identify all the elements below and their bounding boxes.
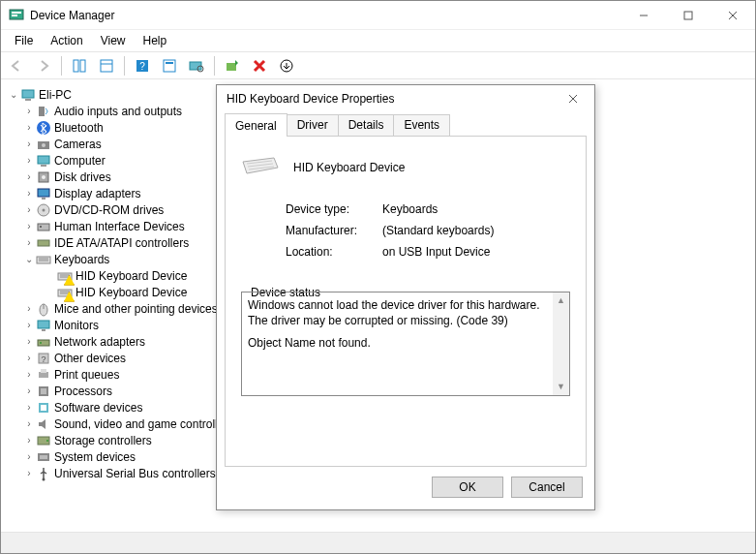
tree-node-label: Other devices bbox=[54, 352, 126, 365]
expand-icon[interactable]: › bbox=[22, 138, 36, 151]
menu-help[interactable]: Help bbox=[136, 32, 175, 49]
svg-rect-50 bbox=[42, 329, 45, 331]
expand-icon[interactable]: › bbox=[22, 203, 36, 217]
toolbar-forward-button[interactable] bbox=[32, 54, 55, 77]
svg-rect-17 bbox=[227, 63, 236, 71]
toolbar-uninstall-button[interactable] bbox=[248, 54, 271, 77]
menu-view[interactable]: View bbox=[93, 32, 134, 49]
network-icon bbox=[36, 334, 51, 350]
svg-rect-36 bbox=[40, 226, 42, 228]
expand-icon[interactable]: › bbox=[22, 401, 36, 415]
tree-node-label: DVD/CD-ROM drives bbox=[54, 203, 164, 217]
svg-rect-2 bbox=[12, 15, 17, 16]
svg-rect-23 bbox=[39, 107, 45, 116]
svg-point-52 bbox=[40, 342, 42, 344]
expand-icon[interactable]: › bbox=[22, 450, 36, 464]
svg-text:?: ? bbox=[139, 61, 145, 72]
tree-node-label: Print queues bbox=[54, 368, 119, 382]
tree-root-label: Eli-PC bbox=[39, 88, 72, 102]
location-label: Location: bbox=[286, 245, 382, 259]
tab-details[interactable]: Details bbox=[338, 114, 395, 136]
manufacturer-value: (Standard keyboards) bbox=[382, 224, 494, 237]
dialog-titlebar[interactable]: HID Keyboard Device Properties bbox=[217, 85, 594, 112]
toolbar-refresh-button[interactable] bbox=[158, 54, 181, 77]
expand-icon[interactable]: › bbox=[22, 302, 36, 316]
bluetooth-icon bbox=[36, 120, 51, 136]
device-type-label: Device type: bbox=[286, 202, 382, 216]
software-icon bbox=[36, 400, 51, 416]
dialog-close-button[interactable] bbox=[558, 87, 589, 110]
svg-rect-58 bbox=[41, 388, 46, 394]
camera-icon bbox=[36, 137, 51, 152]
expand-icon[interactable]: › bbox=[22, 220, 36, 233]
expand-icon[interactable]: › bbox=[22, 105, 36, 118]
expand-icon[interactable]: › bbox=[22, 236, 36, 250]
expand-icon[interactable]: › bbox=[22, 154, 36, 168]
maximize-button[interactable] bbox=[666, 1, 711, 30]
tree-node-label: System devices bbox=[54, 450, 136, 464]
expand-icon[interactable]: › bbox=[22, 352, 36, 365]
toolbar-help-button[interactable]: ? bbox=[131, 54, 154, 77]
window-controls bbox=[621, 1, 755, 30]
toolbar-properties-button[interactable] bbox=[95, 54, 118, 77]
svg-rect-13 bbox=[164, 60, 175, 72]
close-button[interactable] bbox=[711, 1, 755, 30]
properties-dialog: HID Keyboard Device Properties General D… bbox=[216, 84, 595, 510]
cancel-button[interactable]: Cancel bbox=[511, 477, 583, 498]
storage-icon bbox=[36, 433, 51, 448]
keyboard-icon bbox=[57, 285, 73, 300]
svg-rect-64 bbox=[40, 455, 47, 459]
scroll-up-icon[interactable]: ▲ bbox=[553, 292, 569, 309]
cpu-icon bbox=[36, 384, 51, 399]
device-status-text[interactable]: Windows cannot load the device driver fo… bbox=[241, 292, 570, 396]
expand-icon[interactable]: › bbox=[22, 170, 36, 184]
manufacturer-label: Manufacturer: bbox=[286, 224, 382, 237]
expand-icon[interactable]: › bbox=[22, 467, 36, 480]
expand-icon[interactable]: › bbox=[22, 319, 36, 332]
titlebar: Device Manager bbox=[1, 1, 755, 30]
toolbar-scan-button[interactable] bbox=[185, 54, 208, 77]
expand-icon[interactable]: ⌄ bbox=[22, 253, 36, 266]
keyboard-icon bbox=[241, 154, 280, 181]
ok-button[interactable]: OK bbox=[432, 477, 503, 498]
sound-icon bbox=[36, 416, 51, 432]
tree-node-label: Bluetooth bbox=[54, 121, 104, 135]
keyboard-icon bbox=[36, 252, 51, 267]
tree-leaf-label: HID Keyboard Device bbox=[76, 269, 187, 283]
tree-node-label: Cameras bbox=[54, 138, 102, 151]
tab-events[interactable]: Events bbox=[393, 114, 450, 136]
toolbar-back-button[interactable] bbox=[5, 54, 28, 77]
scrollbar[interactable]: ▲ ▼ bbox=[553, 292, 569, 395]
tab-driver[interactable]: Driver bbox=[287, 114, 339, 136]
ide-icon bbox=[36, 235, 51, 251]
usb-icon bbox=[36, 466, 51, 481]
toolbar-more-button[interactable] bbox=[275, 54, 298, 77]
menubar: File Action View Help bbox=[1, 30, 755, 52]
svg-rect-27 bbox=[38, 156, 49, 164]
expand-icon[interactable]: › bbox=[22, 368, 36, 382]
menu-file[interactable]: File bbox=[7, 32, 41, 49]
system-icon bbox=[36, 449, 51, 465]
expand-icon[interactable]: › bbox=[22, 417, 36, 431]
display-icon bbox=[36, 186, 51, 201]
tab-general[interactable]: General bbox=[225, 113, 287, 137]
toolbar-show-hide-button[interactable] bbox=[68, 54, 91, 77]
expand-icon[interactable]: › bbox=[22, 187, 36, 200]
expand-icon[interactable]: › bbox=[22, 335, 36, 349]
printer-icon bbox=[36, 367, 51, 383]
svg-point-62 bbox=[46, 440, 48, 442]
tree-node-label: Mice and other pointing devices bbox=[54, 302, 218, 316]
minimize-button[interactable] bbox=[621, 1, 666, 30]
menu-action[interactable]: Action bbox=[43, 32, 90, 49]
svg-rect-1 bbox=[12, 12, 21, 14]
keyboard-icon bbox=[57, 268, 73, 284]
toolbar-update-driver-button[interactable] bbox=[221, 54, 244, 77]
collapse-icon[interactable]: ⌄ bbox=[7, 88, 20, 102]
tree-node-label: Sound, video and game controllers bbox=[54, 417, 233, 431]
expand-icon[interactable]: › bbox=[22, 434, 36, 447]
scroll-down-icon[interactable]: ▼ bbox=[553, 379, 569, 395]
expand-icon[interactable]: › bbox=[22, 385, 36, 398]
svg-point-26 bbox=[42, 143, 45, 147]
disk-icon bbox=[36, 169, 51, 185]
expand-icon[interactable]: › bbox=[22, 121, 36, 135]
